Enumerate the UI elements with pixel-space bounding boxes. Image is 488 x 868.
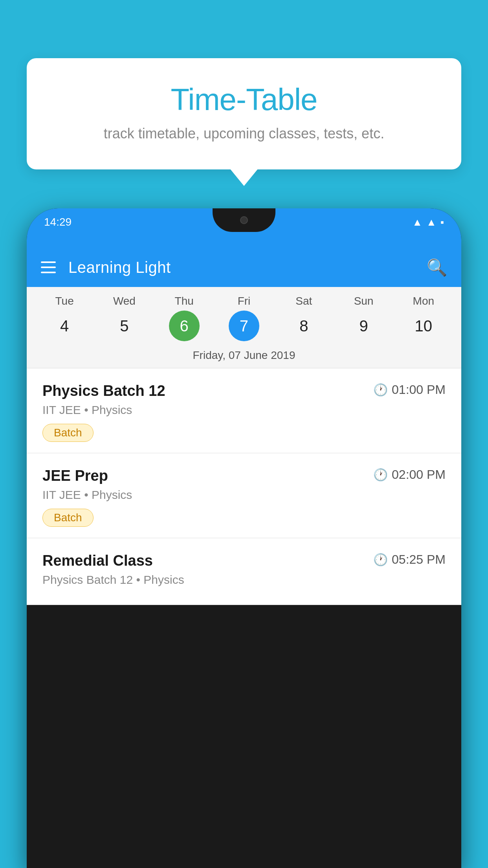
schedule-item-header: Physics Batch 12🕐01:00 PM <box>42 383 446 399</box>
notch-bump <box>213 208 275 232</box>
phone-frame: 14:29 ▲ ▲ ▪ Learning Light 🔍 Tue4Wed5Thu… <box>27 208 461 868</box>
tooltip-card: Time-Table track timetable, upcoming cla… <box>27 58 461 169</box>
schedule-item-header: JEE Prep🕐02:00 PM <box>42 467 446 484</box>
day-name: Sun <box>354 295 374 307</box>
calendar-day[interactable]: Tue4 <box>35 295 94 341</box>
wifi-icon: ▲ <box>412 216 422 228</box>
tooltip-subtitle: track timetable, upcoming classes, tests… <box>46 125 442 142</box>
schedule-meta: IIT JEE • Physics <box>42 488 446 502</box>
clock-icon: 🕐 <box>373 553 388 566</box>
calendar-day[interactable]: Fri7 <box>214 295 274 341</box>
day-number[interactable]: 9 <box>349 311 379 341</box>
calendar-day[interactable]: Wed5 <box>94 295 154 341</box>
days-row: Tue4Wed5Thu6Fri7Sat8Sun9Mon10 <box>27 295 461 341</box>
calendar-day[interactable]: Sat8 <box>274 295 334 341</box>
clock-icon: 🕐 <box>373 468 388 482</box>
schedule-time: 🕐02:00 PM <box>373 467 446 482</box>
app-title: Learning Light <box>68 259 414 276</box>
calendar-day[interactable]: Mon10 <box>394 295 453 341</box>
day-name: Wed <box>113 295 136 307</box>
day-name: Thu <box>175 295 194 307</box>
day-number[interactable]: 8 <box>288 311 319 341</box>
schedule-name: Remedial Class <box>42 552 153 569</box>
app-bar: Learning Light 🔍 <box>27 248 461 287</box>
batch-tag: Batch <box>42 424 94 442</box>
day-name: Tue <box>55 295 74 307</box>
schedule-meta: IIT JEE • Physics <box>42 403 446 417</box>
status-icons: ▲ ▲ ▪ <box>412 216 444 228</box>
search-icon[interactable]: 🔍 <box>427 258 447 277</box>
day-name: Sat <box>295 295 312 307</box>
signal-icon: ▲ <box>426 216 437 228</box>
selected-date-label: Friday, 07 June 2019 <box>27 344 461 368</box>
schedule-time: 🕐05:25 PM <box>373 552 446 567</box>
schedule-name: JEE Prep <box>42 467 108 484</box>
notch-area: 14:29 ▲ ▲ ▪ <box>27 208 461 248</box>
day-number[interactable]: 6 <box>169 311 200 341</box>
calendar-day[interactable]: Thu6 <box>154 295 214 341</box>
day-number[interactable]: 10 <box>408 311 439 341</box>
calendar-strip: Tue4Wed5Thu6Fri7Sat8Sun9Mon10 Friday, 07… <box>27 287 461 368</box>
schedule-item-header: Remedial Class🕐05:25 PM <box>42 552 446 569</box>
schedule-item[interactable]: Remedial Class🕐05:25 PMPhysics Batch 12 … <box>27 538 461 605</box>
schedule-time: 🕐01:00 PM <box>373 383 446 397</box>
day-number[interactable]: 4 <box>49 311 80 341</box>
battery-icon: ▪ <box>440 216 444 228</box>
schedule-meta: Physics Batch 12 • Physics <box>42 573 446 587</box>
day-name: Fri <box>238 295 251 307</box>
clock-icon: 🕐 <box>373 383 388 397</box>
schedule-list: Physics Batch 12🕐01:00 PMIIT JEE • Physi… <box>27 368 461 605</box>
day-number[interactable]: 5 <box>109 311 139 341</box>
hamburger-menu-icon[interactable] <box>41 261 56 273</box>
calendar-day[interactable]: Sun9 <box>334 295 393 341</box>
camera-dot <box>240 216 248 224</box>
schedule-item[interactable]: JEE Prep🕐02:00 PMIIT JEE • PhysicsBatch <box>27 453 461 538</box>
day-name: Mon <box>413 295 434 307</box>
batch-tag: Batch <box>42 509 94 527</box>
phone-screen: Tue4Wed5Thu6Fri7Sat8Sun9Mon10 Friday, 07… <box>27 287 461 605</box>
schedule-item[interactable]: Physics Batch 12🕐01:00 PMIIT JEE • Physi… <box>27 368 461 453</box>
tooltip-title: Time-Table <box>46 82 442 118</box>
day-number[interactable]: 7 <box>229 311 259 341</box>
status-time: 14:29 <box>44 216 72 228</box>
schedule-name: Physics Batch 12 <box>42 383 165 399</box>
